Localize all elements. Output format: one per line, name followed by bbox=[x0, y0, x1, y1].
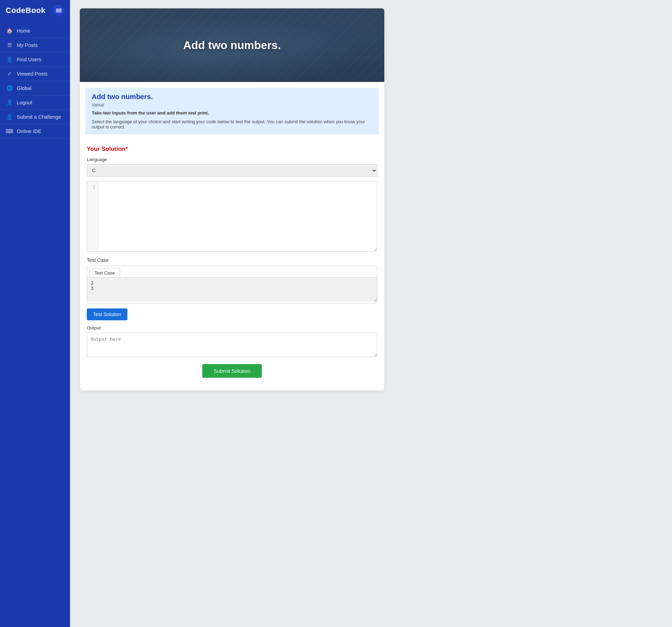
sidebar-item-online-ide[interactable]: ⌨ Online IDE bbox=[0, 124, 70, 139]
output-textarea[interactable] bbox=[87, 333, 377, 357]
sidebar-item-logout-label: Logout bbox=[17, 100, 32, 105]
sidebar-logo: CodeBook bbox=[6, 6, 46, 15]
hero-image: Add two numbers. bbox=[80, 8, 384, 82]
sidebar-item-submit-challenge-label: Submit a Challenge bbox=[17, 114, 61, 120]
main-content: Add two numbers. Add two numbers. Vatsal… bbox=[70, 0, 672, 627]
submit-solution-button[interactable]: Submit Solution bbox=[202, 364, 261, 378]
test-case-textarea[interactable]: 2 3 bbox=[87, 277, 377, 302]
check-icon: ✓ bbox=[6, 71, 13, 77]
sidebar-item-viewed-posts[interactable]: ✓ Viewed Posts bbox=[0, 67, 70, 81]
sidebar-item-submit-challenge[interactable]: 👤 Submit a Challenge bbox=[0, 110, 70, 124]
solution-section: Your Solution* Language C C++ Java Pytho… bbox=[80, 140, 384, 390]
sidebar-item-global[interactable]: 🌐 Global bbox=[0, 81, 70, 96]
code-editor-wrapper: 1 bbox=[87, 181, 377, 252]
sidebar-item-logout[interactable]: 👤 Logout bbox=[0, 96, 70, 110]
challenge-card: Add two numbers. Add two numbers. Vatsal… bbox=[80, 8, 384, 390]
sidebar-item-online-ide-label: Online IDE bbox=[17, 128, 41, 134]
ide-icon: ⌨ bbox=[6, 128, 13, 134]
test-case-tab-container: Test Case 2 3 bbox=[87, 266, 377, 304]
language-label: Language bbox=[87, 157, 377, 162]
test-case-tabs-row: Test Case bbox=[87, 266, 377, 277]
sidebar-item-my-posts-label: My Posts bbox=[17, 42, 38, 48]
sidebar-item-home[interactable]: 🏠 Home bbox=[0, 24, 70, 38]
info-section: Add two numbers. Vatsal Take two inputs … bbox=[85, 88, 379, 134]
solution-heading: Your Solution* bbox=[87, 146, 377, 153]
sidebar-item-global-label: Global bbox=[17, 85, 31, 91]
submit-row: Submit Solution bbox=[87, 364, 377, 385]
challenge-hint: Select the language of your choice and s… bbox=[92, 119, 372, 130]
sidebar: CodeBook 🏠 Home ☰ My Posts 👤 Find Users … bbox=[0, 0, 70, 627]
posts-icon: ☰ bbox=[6, 42, 13, 48]
test-case-tab[interactable]: Test Case bbox=[89, 268, 120, 277]
sidebar-header: CodeBook bbox=[0, 0, 70, 21]
test-case-section: Test Case Test Case 2 3 bbox=[87, 257, 377, 304]
logout-icon: 👤 bbox=[6, 99, 13, 106]
sidebar-item-home-label: Home bbox=[17, 28, 30, 34]
sidebar-item-viewed-posts-label: Viewed Posts bbox=[17, 71, 48, 77]
users-icon: 👤 bbox=[6, 56, 13, 63]
sidebar-nav: 🏠 Home ☰ My Posts 👤 Find Users ✓ Viewed … bbox=[0, 24, 70, 139]
challenge-description: Take two inputs from the user and add th… bbox=[92, 110, 372, 116]
output-label: Output: bbox=[87, 325, 377, 330]
challenge-author: Vatsal bbox=[92, 102, 372, 107]
challenge-icon: 👤 bbox=[6, 114, 13, 120]
hero-title: Add two numbers. bbox=[183, 39, 281, 52]
sidebar-item-find-users[interactable]: 👤 Find Users bbox=[0, 53, 70, 67]
output-section: Output: bbox=[87, 325, 377, 358]
language-select[interactable]: C C++ Java Python JavaScript bbox=[87, 164, 377, 177]
test-solution-button[interactable]: Test Solution bbox=[87, 308, 127, 320]
hamburger-icon bbox=[56, 8, 62, 13]
hamburger-button[interactable] bbox=[53, 5, 64, 16]
line-numbers: 1 bbox=[87, 181, 98, 251]
test-case-label: Test Case bbox=[87, 257, 377, 263]
card-divider bbox=[85, 82, 379, 82]
home-icon: 🏠 bbox=[6, 28, 13, 34]
sidebar-item-my-posts[interactable]: ☰ My Posts bbox=[0, 38, 70, 53]
sidebar-item-find-users-label: Find Users bbox=[17, 57, 41, 62]
challenge-title: Add two numbers. bbox=[92, 93, 372, 101]
code-textarea[interactable] bbox=[98, 181, 377, 251]
globe-icon: 🌐 bbox=[6, 85, 13, 91]
